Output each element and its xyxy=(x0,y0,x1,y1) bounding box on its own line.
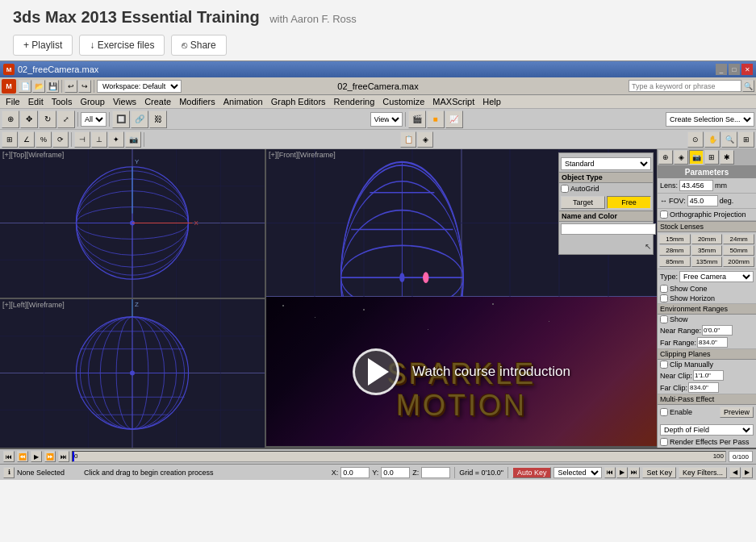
selection-filter[interactable]: All xyxy=(81,112,107,127)
menu-animation[interactable]: Animation xyxy=(219,97,267,106)
panel-icon-2[interactable]: ◈ xyxy=(674,150,688,165)
far-range-input[interactable] xyxy=(697,337,728,348)
set-active-layer[interactable]: ◈ xyxy=(417,131,433,148)
lens-24[interactable]: 24mm xyxy=(723,234,754,244)
transport-end[interactable]: ⏭ xyxy=(58,451,69,462)
enable-checkbox[interactable] xyxy=(660,408,668,416)
snap-toggle[interactable]: ⊞ xyxy=(2,131,18,148)
transport-prev[interactable]: ⏪ xyxy=(17,451,28,462)
t-end-btn[interactable]: ⏭ xyxy=(629,467,640,478)
menu-rendering[interactable]: Rendering xyxy=(330,97,379,106)
transport-next[interactable]: ⏩ xyxy=(44,451,56,462)
prev-frame[interactable]: ◀ xyxy=(729,467,741,478)
z-coord[interactable] xyxy=(421,467,450,478)
far-clip-input[interactable] xyxy=(688,382,719,393)
workspace-dropdown[interactable]: Workspace: Default xyxy=(97,80,182,93)
preview-btn[interactable]: Preview xyxy=(720,406,754,418)
menu-views[interactable]: Views xyxy=(109,97,140,106)
panel-icon-1[interactable]: ⊕ xyxy=(658,150,673,165)
qa-open[interactable]: 📂 xyxy=(32,80,45,93)
spinner-snap[interactable]: ⟳ xyxy=(52,131,69,148)
lens-200[interactable]: 200mm xyxy=(723,256,754,267)
menu-create[interactable]: Create xyxy=(140,97,175,106)
curve-editor-icon[interactable]: 📈 xyxy=(445,110,463,128)
autogrid-checkbox[interactable] xyxy=(561,185,569,193)
panel-icon-4[interactable]: ⊞ xyxy=(704,150,719,165)
fov-input[interactable] xyxy=(687,195,718,206)
x-coord[interactable] xyxy=(340,467,370,478)
clip-manually-checkbox[interactable] xyxy=(660,361,668,369)
unlink-tool[interactable]: ⛓ xyxy=(149,110,167,128)
place-hilight[interactable]: ✦ xyxy=(108,131,124,148)
mat-editor-icon[interactable]: ■ xyxy=(427,110,445,128)
selected-dropdown[interactable]: Selected xyxy=(553,467,602,478)
standard-dropdown[interactable]: Standard xyxy=(561,157,651,170)
pct-snap[interactable]: % xyxy=(36,131,52,148)
zoom-all[interactable]: ⊞ xyxy=(738,131,754,148)
show-env-checkbox[interactable] xyxy=(660,315,668,323)
viewport-top-right[interactable]: [+][Front][Wireframe] xyxy=(266,149,657,448)
lens-input[interactable] xyxy=(679,180,713,191)
lens-28[interactable]: 28mm xyxy=(659,245,691,256)
lens-50[interactable]: 50mm xyxy=(723,245,754,256)
ortho-checkbox[interactable] xyxy=(660,211,668,219)
select-tool[interactable]: ⊕ xyxy=(2,110,19,128)
redo-btn[interactable]: ↪ xyxy=(78,80,91,93)
free-btn[interactable]: Free xyxy=(607,196,651,209)
t-start-btn[interactable]: ⏮ xyxy=(604,467,616,478)
viewport-top-left[interactable]: [+][Top][Wireframe] xyxy=(0,149,265,299)
show-cone-checkbox[interactable] xyxy=(660,285,668,293)
layer-mgr[interactable]: 📋 xyxy=(400,131,416,148)
depth-field-dropdown[interactable]: Depth of Field xyxy=(660,424,754,436)
align-tool[interactable]: ⊣ xyxy=(74,131,90,148)
exercise-files-button[interactable]: ↓ Exercise files xyxy=(79,35,165,56)
menu-customize[interactable]: Customize xyxy=(378,97,428,106)
lens-15[interactable]: 15mm xyxy=(659,234,691,244)
timeline-bar[interactable]: 0 100 xyxy=(72,451,726,462)
menu-edit[interactable]: Edit xyxy=(24,97,48,106)
pan-btn[interactable]: ✋ xyxy=(704,131,720,148)
zoom-btn[interactable]: 🔍 xyxy=(721,131,737,148)
transport-start[interactable]: ⏮ xyxy=(3,451,15,462)
lens-135[interactable]: 135mm xyxy=(691,256,723,267)
qa-save[interactable]: 💾 xyxy=(46,80,59,93)
view-dropdown[interactable]: View xyxy=(370,112,403,127)
playlist-button[interactable]: + Playlist xyxy=(13,35,73,56)
panel-icon-5[interactable]: ✱ xyxy=(720,150,734,165)
undo-btn[interactable]: ↩ xyxy=(65,80,77,93)
play-button-area[interactable]: Watch course introduction xyxy=(266,297,657,446)
t-play-btn[interactable]: ▶ xyxy=(616,467,628,478)
play-button[interactable] xyxy=(353,348,399,395)
viewport-bottom-left[interactable]: [+][Left][Wireframe] xyxy=(0,299,265,448)
create-selection-dropdown[interactable]: Create Selection Se... xyxy=(666,112,754,127)
app-menu-icon[interactable]: M xyxy=(2,79,16,94)
normal-align[interactable]: ⊥ xyxy=(91,131,107,148)
show-horizon-checkbox[interactable] xyxy=(660,294,668,302)
lens-20[interactable]: 20mm xyxy=(691,234,723,244)
key-filters-btn[interactable]: Key Filters... xyxy=(679,467,727,478)
video-overlay[interactable]: SPARKLE MOTION Watch course introduction xyxy=(266,297,657,446)
menu-group[interactable]: Group xyxy=(76,97,109,106)
menu-maxscript[interactable]: MAXScript xyxy=(428,97,478,106)
link-tool[interactable]: 🔗 xyxy=(131,110,148,128)
next-frame[interactable]: ▶ xyxy=(741,467,753,478)
menu-modifiers[interactable]: Modifiers xyxy=(175,97,219,106)
scale-tool[interactable]: ⤢ xyxy=(57,110,75,128)
auto-key-btn[interactable]: Auto Key xyxy=(512,467,552,478)
minimize-button[interactable]: _ xyxy=(716,64,727,75)
y-coord[interactable] xyxy=(381,467,410,478)
search-input[interactable] xyxy=(629,80,741,92)
menu-help[interactable]: Help xyxy=(478,97,505,106)
render-effects-checkbox[interactable] xyxy=(660,438,668,446)
set-key-btn[interactable]: Set Key xyxy=(642,467,676,478)
share-button[interactable]: ⎋ Share xyxy=(171,35,226,56)
maximize-button[interactable]: □ xyxy=(729,64,740,75)
orbit-btn[interactable]: ⊙ xyxy=(687,131,704,148)
named-sel-tool[interactable]: 🔲 xyxy=(112,110,130,128)
lens-35[interactable]: 35mm xyxy=(691,245,723,256)
render-icon[interactable]: 🎬 xyxy=(408,110,426,128)
target-btn[interactable]: Target xyxy=(561,196,605,209)
rotate-tool[interactable]: ↻ xyxy=(39,110,56,128)
type-dropdown[interactable]: Free Camera xyxy=(679,271,754,282)
name-input[interactable] xyxy=(561,223,656,235)
